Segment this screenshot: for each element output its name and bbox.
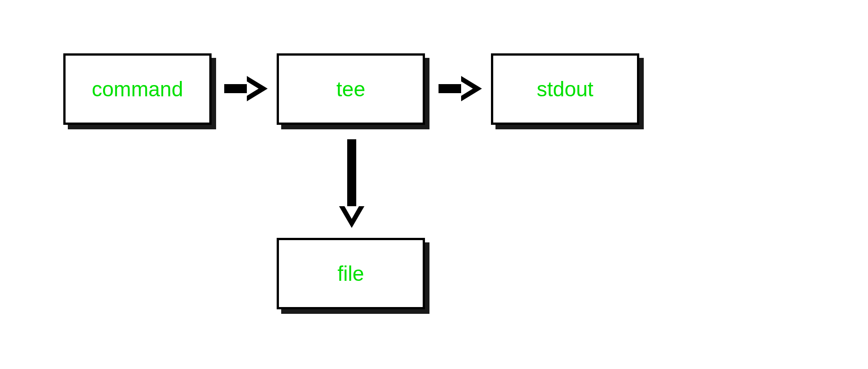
node-box: stdout — [491, 53, 639, 125]
arrow-right-icon — [221, 75, 270, 102]
node-label: command — [92, 77, 183, 101]
node-box: command — [63, 53, 212, 125]
arrow-tee-to-stdout — [435, 75, 485, 102]
node-tee: tee — [277, 53, 425, 125]
node-box: file — [277, 238, 425, 309]
node-stdout: stdout — [491, 53, 639, 125]
node-command: command — [63, 53, 212, 125]
arrow-down-icon — [338, 136, 365, 231]
node-box: tee — [277, 53, 425, 125]
arrow-right-icon — [435, 75, 485, 102]
node-file: file — [277, 238, 425, 309]
arrow-tee-to-file — [338, 136, 365, 231]
node-label: file — [338, 261, 364, 286]
arrow-command-to-tee — [221, 75, 270, 102]
node-label: tee — [336, 77, 365, 101]
node-label: stdout — [537, 77, 593, 101]
